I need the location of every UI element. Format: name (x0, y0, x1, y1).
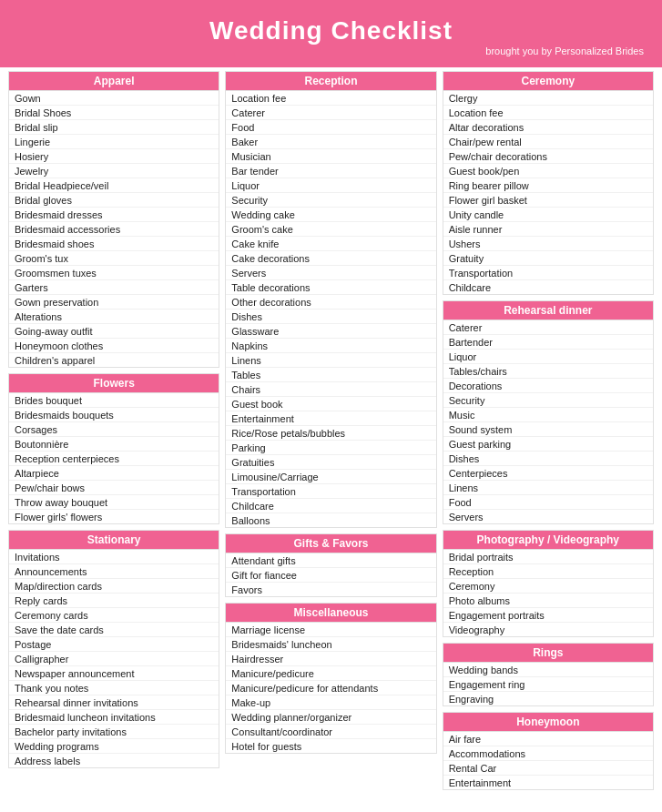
list-item: Ceremony (443, 579, 653, 594)
list-item: Alterations (9, 310, 219, 324)
list-item: Transportation (226, 484, 435, 499)
list-item: Bridal Shoes (9, 106, 219, 120)
list-item: Entertainment (443, 776, 653, 789)
section-header-stationary: Stationary (8, 530, 219, 550)
list-item: Bridal slip (9, 120, 219, 135)
list-item: Cake knife (226, 237, 435, 251)
list-item: Engagement portraits (443, 608, 653, 623)
list-item: Groom's tux (9, 251, 219, 266)
list-item: Guest parking (443, 437, 653, 452)
list-item: Bachelor party invitations (9, 725, 219, 739)
list-item: Children's apparel (9, 353, 219, 367)
list-item: Bridesmaid dresses (9, 208, 219, 222)
section-0-2: StationaryInvitationsAnnouncementsMap/di… (8, 530, 219, 768)
column-1: ReceptionLocation feeCatererFoodBakerMus… (222, 71, 439, 796)
list-item: Manicure/pedicure (226, 666, 435, 681)
section-header-rings: Rings (443, 643, 654, 663)
list-item: Linens (226, 353, 435, 368)
list-item: Food (443, 495, 653, 510)
list-item: Liquor (226, 178, 435, 193)
list-item: Garters (9, 280, 219, 295)
page-title: Wedding Checklist (0, 16, 662, 46)
list-item: Reply cards (9, 594, 219, 608)
list-item: Bridesmaid shoes (9, 237, 219, 251)
list-item: Calligrapher (9, 652, 219, 666)
list-item: Address labels (9, 754, 219, 767)
section-2-4: HoneymoonAir fareAccommodationsRental Ca… (443, 712, 654, 790)
list-item: Engraving (443, 692, 653, 705)
section-header-rehearsal-dinner: Rehearsal dinner (443, 300, 654, 320)
list-item: Caterer (226, 106, 435, 120)
list-item: Location fee (226, 91, 435, 106)
list-item: Gift for fiancee (226, 568, 435, 583)
list-item: Bridesmaids' luncheon (226, 637, 435, 652)
list-item: Wedding bands (443, 663, 653, 677)
list-item: Entertainment (226, 411, 435, 426)
list-item: Brides bouquet (9, 393, 219, 408)
list-item: Bridal Headpiece/veil (9, 178, 219, 193)
list-item: Bartender (443, 335, 653, 350)
list-item: Napkins (226, 339, 435, 353)
list-item: Limousine/Carriage (226, 470, 435, 484)
list-item: Manicure/pedicure for attendants (226, 681, 435, 695)
section-items-2-2: Bridal portraitsReceptionCeremonyPhoto a… (443, 550, 654, 637)
list-item: Aisle runner (443, 222, 653, 237)
list-item: Baker (226, 135, 435, 149)
list-item: Centerpieces (443, 466, 653, 481)
main-content: ApparelGownBridal ShoesBridal slipLinger… (0, 67, 662, 799)
list-item: Groomsmen tuxes (9, 266, 219, 280)
list-item: Bridesmaid luncheon invitations (9, 710, 219, 725)
section-header-photography-/-videography: Photography / Videography (443, 530, 654, 550)
list-item: Caterer (443, 320, 653, 335)
list-item: Wedding programs (9, 739, 219, 754)
list-item: Reception centerpieces (9, 452, 219, 466)
list-item: Hosiery (9, 149, 219, 164)
section-header-reception: Reception (225, 71, 436, 91)
section-items-2-4: Air fareAccommodationsRental CarEntertai… (443, 732, 654, 790)
list-item: Security (443, 393, 653, 408)
list-item: Gratuities (226, 455, 435, 470)
list-item: Invitations (9, 550, 219, 564)
list-item: Going-away outfit (9, 324, 219, 339)
column-2: CeremonyClergyLocation feeAltar decorati… (440, 71, 657, 796)
list-item: Childcare (226, 499, 435, 513)
list-item: Sound system (443, 422, 653, 437)
list-item: Other decorations (226, 295, 435, 310)
section-items-2-3: Wedding bandsEngagement ringEngraving (443, 663, 654, 706)
list-item: Transportation (443, 266, 653, 280)
list-item: Linens (443, 481, 653, 495)
list-item: Tables/chairs (443, 364, 653, 379)
list-item: Groom's cake (226, 222, 435, 237)
list-item: Bridesmaid accessories (9, 222, 219, 237)
list-item: Honeymoon clothes (9, 339, 219, 353)
list-item: Music (443, 408, 653, 422)
list-item: Newspaper announcement (9, 666, 219, 681)
list-item: Postage (9, 637, 219, 652)
list-item: Servers (226, 266, 435, 280)
list-item: Bridal portraits (443, 550, 653, 564)
list-item: Cake decorations (226, 251, 435, 266)
section-1-2: MiscellaneousMarriage licenseBridesmaids… (225, 603, 436, 754)
list-item: Wedding planner/organizer (226, 710, 435, 725)
list-item: Hairdresser (226, 652, 435, 666)
list-item: Table decorations (226, 280, 435, 295)
section-0-0: ApparelGownBridal ShoesBridal slipLinger… (8, 71, 219, 368)
section-header-apparel: Apparel (8, 71, 219, 91)
list-item: Gratuity (443, 251, 653, 266)
list-item: Marriage license (226, 623, 435, 637)
list-item: Bridesmaids bouquets (9, 408, 219, 422)
list-item: Glassware (226, 324, 435, 339)
list-item: Attendant gifts (226, 553, 435, 568)
section-header-miscellaneous: Miscellaneous (225, 603, 436, 623)
section-items-1-2: Marriage licenseBridesmaids' luncheonHai… (225, 623, 436, 754)
list-item: Balloons (226, 513, 435, 527)
list-item: Lingerie (9, 135, 219, 149)
list-item: Decorations (443, 379, 653, 393)
list-item: Rehearsal dinner invitations (9, 695, 219, 710)
list-item: Chairs (226, 382, 435, 397)
section-header-honeymoon: Honeymoon (443, 712, 654, 732)
list-item: Ceremony cards (9, 608, 219, 623)
list-item: Bridal gloves (9, 193, 219, 208)
list-item: Bar tender (226, 164, 435, 178)
list-item: Security (226, 193, 435, 208)
